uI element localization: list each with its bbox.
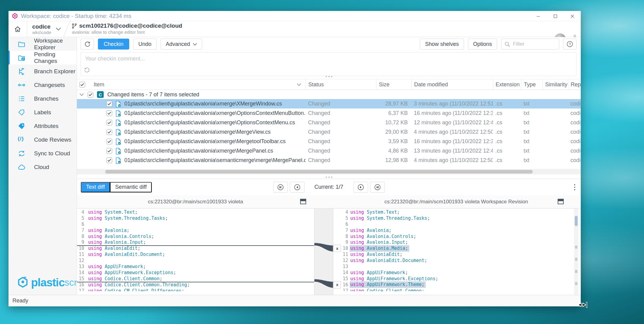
sidebar-item-label: Changesets	[34, 82, 65, 88]
open-in-window-icon[interactable]	[558, 199, 564, 204]
row-checkbox[interactable]	[106, 110, 112, 116]
column-header-similarity[interactable]: Similarity	[542, 79, 568, 90]
sidebar-item-attributes[interactable]: Attributes	[9, 119, 77, 133]
item-cell: 01plastic\src\client\guiplastic\avalonia…	[91, 99, 306, 109]
tab-text-diff[interactable]: Text diff	[81, 182, 110, 192]
group-checkbox[interactable]	[88, 92, 93, 98]
size-cell: 4,86 KB	[376, 146, 411, 156]
sidebar-item-cloud[interactable]: Cloud	[9, 160, 77, 174]
home-button[interactable]	[9, 21, 27, 37]
horizontal-scrollbar-thumb[interactable]	[105, 170, 533, 174]
diff-left-pane[interactable]: 4using System.Text;5using System.Threadi…	[77, 209, 314, 295]
column-header-item[interactable]: Item	[91, 79, 306, 90]
tab-semantic-diff[interactable]: Semantic diff	[110, 182, 152, 192]
table-row[interactable]: 01plastic\src\client\guiplastic\avalonia…	[77, 146, 581, 156]
code-line: 13	[341, 264, 572, 270]
horizontal-scrollbar[interactable]	[77, 169, 581, 174]
code-text: using Codice.CM.Client.Differences;	[88, 288, 184, 291]
column-header-extension[interactable]: Extension	[493, 79, 521, 90]
first-diff-button[interactable]	[273, 182, 288, 193]
workspace-selector[interactable]: codice wks\code	[27, 21, 65, 37]
date-modified-cell: 13 minutes ago (11/10/2022 12:41:13	[411, 146, 493, 156]
app-header: codice wks\code scm1002176@codice@codice…	[9, 21, 581, 37]
maximize-button[interactable]	[547, 11, 564, 21]
options-button[interactable]: Options	[468, 39, 497, 50]
svg-text:?: ?	[569, 42, 571, 47]
line-number: 7	[341, 228, 348, 233]
item-path: 01plastic\src\client\guiplastic\avalonia…	[124, 119, 295, 126]
row-checkbox[interactable]	[106, 129, 112, 135]
branch-icon	[72, 23, 77, 29]
diff-change-mark	[575, 270, 577, 273]
code-text: using System.Threading.Tasks;	[88, 215, 168, 221]
show-shelves-button[interactable]: Show shelves	[420, 39, 464, 50]
checkin-button[interactable]: Checkin	[98, 39, 129, 50]
table-row[interactable]: 01plastic\src\client\guiplastic\avalonia…	[77, 118, 581, 127]
table-row[interactable]: 01plastic\src\client\guiplastic\avalonia…	[77, 127, 581, 137]
status-text: Ready	[12, 298, 28, 304]
sidebar-item-labels[interactable]: Labels	[9, 105, 77, 119]
code-line: 6	[77, 221, 314, 227]
splitter-handle-diff[interactable]	[326, 177, 332, 178]
sidebar-item-branches[interactable]: Branches	[9, 92, 77, 105]
column-header-size[interactable]: Size	[376, 79, 411, 90]
code-line: 4using System.Text;	[77, 209, 314, 215]
column-header-status[interactable]: Status	[306, 79, 376, 90]
diff-vertical-scrollbar[interactable]	[574, 209, 578, 295]
comment-history-icon[interactable]	[84, 67, 90, 73]
sidebar-item-changesets[interactable]: Changesets	[9, 78, 77, 92]
splitter-handle[interactable]	[326, 76, 332, 77]
sort-chevron-icon	[297, 83, 301, 86]
expander-chevron-icon[interactable]	[79, 93, 84, 96]
table-row[interactable]: 01plastic\src\client\guiplastic\avalonia…	[77, 109, 581, 118]
sidebar-item-workspace-explorer[interactable]: Workspace Explorer	[9, 37, 77, 51]
sidebar-item-label: Branches	[34, 95, 58, 102]
column-header-repository[interactable]: Repository	[568, 79, 581, 90]
help-button[interactable]: ?	[563, 39, 576, 50]
line-number: 11	[341, 252, 348, 257]
select-all-checkbox[interactable]	[79, 82, 85, 88]
sidebar-item-branch-explorer[interactable]: Branch Explorer	[9, 64, 77, 78]
row-checkbox[interactable]	[106, 148, 112, 154]
column-header-date-modified[interactable]: Date modified	[411, 79, 493, 90]
refresh-button[interactable]	[81, 39, 94, 50]
row-checkbox[interactable]	[106, 101, 112, 107]
checkin-comment-box[interactable]: Your checkin comment...	[81, 52, 576, 76]
sidebar-item-code-reviews[interactable]: {/}Code Reviews	[9, 133, 77, 146]
row-checkbox[interactable]	[106, 120, 112, 126]
item-path: 01plastic\src\client\guiplastic\avalonia…	[124, 110, 306, 116]
advanced-button[interactable]: Advanced	[161, 39, 202, 50]
row-checkbox[interactable]	[106, 139, 112, 144]
changed-items-group-row[interactable]: CChanged items - 7 of 7 items selected	[77, 90, 581, 99]
table-row[interactable]: 01plastic\src\client\guiplastic\avalonia…	[77, 137, 581, 146]
diff-right-pane[interactable]: 4using System.Text;5using System.Threadi…	[341, 209, 572, 295]
change-marker-x[interactable]: x	[334, 245, 341, 252]
code-line: 16using Codice.Client.Common.Threading;	[77, 282, 314, 288]
diff-right-revision-label: cs:221320@br:/main/scm1001933 violeta Wo…	[384, 199, 528, 205]
close-button[interactable]	[564, 11, 581, 21]
code-line: 11using AvaloniaEdit;	[341, 251, 572, 257]
code-text: using Codice.Client.Common;	[88, 276, 162, 281]
open-in-window-icon[interactable]	[300, 199, 306, 204]
code-line: 5using System.Threading.Tasks;	[77, 215, 314, 221]
header-checkbox-cell[interactable]	[77, 79, 91, 90]
previous-diff-button[interactable]	[290, 182, 304, 193]
column-header-type[interactable]: Type	[521, 79, 542, 90]
change-marker-x[interactable]: x	[334, 281, 341, 288]
sidebar-item-pending-changes[interactable]: Pending Changes	[9, 51, 77, 64]
app-window: Workspace: codice - Startup time: 4234 m…	[9, 11, 581, 306]
diff-menu-button[interactable]	[574, 184, 575, 190]
item-cell: 01plastic\src\client\guiplastic\avalonia…	[91, 127, 306, 137]
last-diff-button[interactable]	[370, 182, 385, 193]
table-row[interactable]: 01plastic\src\client\guiplastic\avalonia…	[77, 156, 581, 165]
table-row[interactable]: 01plastic\src\client\guiplastic\avalonia…	[77, 99, 581, 109]
sidebar-item-sync-to-cloud[interactable]: Sync to Cloud	[9, 146, 77, 160]
diff-scrollbar-thumb[interactable]	[575, 216, 578, 226]
next-diff-button[interactable]	[353, 182, 368, 193]
line-number: 4	[77, 209, 84, 215]
undo-button[interactable]: Undo	[133, 39, 157, 50]
extension-cell: .cs	[493, 127, 521, 137]
row-checkbox[interactable]	[106, 157, 112, 163]
minimize-button[interactable]	[530, 11, 547, 21]
filter-input[interactable]	[513, 41, 549, 47]
